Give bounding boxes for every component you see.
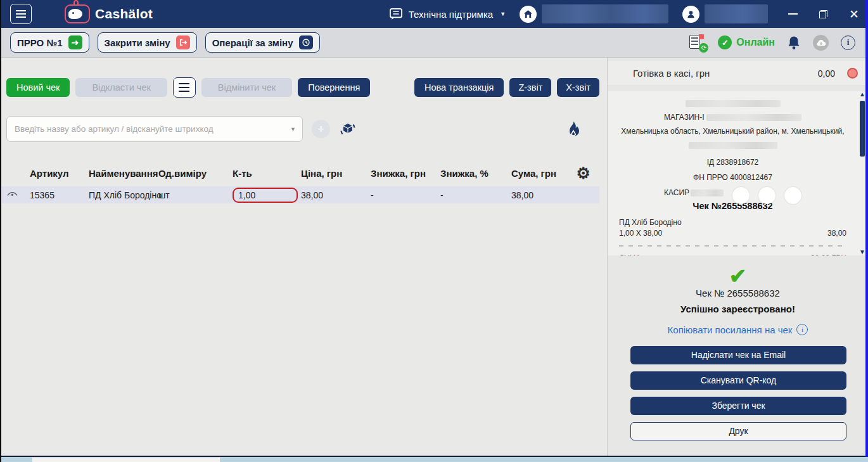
receipt-sync-icon[interactable]: ⟳ [689, 34, 706, 51]
copy-link-label: Копіювати посилання на чек [668, 324, 793, 335]
product-catalog-button[interactable] [339, 120, 357, 138]
taskbar-item [32, 458, 220, 462]
app-window: Cashälot Технічна підтримка ▼ [0, 0, 868, 462]
redaction-circle [758, 187, 775, 204]
scan-qr-button[interactable]: Сканувати QR-код [630, 371, 846, 390]
eye-icon[interactable] [1, 191, 30, 198]
postponed-list-button[interactable] [173, 77, 196, 98]
store-name: МАГАЗИН-І [664, 113, 704, 122]
shift-operations-button[interactable]: Операції за зміну [205, 32, 320, 53]
success-receipt-number: Чек № 2655588632 [608, 288, 868, 298]
store-name-line: МАГАЗИН-І [619, 113, 846, 122]
close-shift-button[interactable]: Закрити зміну [98, 32, 197, 53]
receipt-number: Чек №2655588632 [619, 200, 846, 212]
hamburger-menu-button[interactable] [10, 4, 32, 24]
cash-in-register-header: Готівка в касі, грн 0,00 [608, 61, 868, 86]
items-table-header: Артикул Найменування Од.виміру К-ть Ціна… [1, 160, 599, 186]
cash-value: 0,00 [818, 68, 835, 79]
receipt-item-calc: 1,00 Х 38,00 [619, 229, 662, 238]
maximize-button[interactable] [819, 10, 827, 18]
send-email-button[interactable]: Надіслати чек на Email [630, 346, 846, 364]
redacted-field [542, 4, 668, 23]
logout-icon [176, 35, 190, 49]
online-status: ✓ Онлайн [718, 35, 775, 49]
info-icon[interactable]: i [841, 35, 855, 50]
redacted-line [689, 142, 777, 149]
user-button[interactable] [682, 6, 699, 23]
cell-unit: шт [158, 190, 233, 200]
receipt-preview: МАГАЗИН-І Хмельницька область, Хмельниць… [608, 91, 868, 255]
app-logo: Cashälot [65, 4, 153, 23]
cell-sum: 38,00 [511, 190, 599, 200]
col-sum: Сума, грн [511, 168, 556, 179]
prro-button[interactable]: ПРРО №1 [10, 32, 89, 53]
app-name: Cashälot [95, 6, 153, 22]
receipt-total-value: 38,00 ГРН [810, 253, 846, 255]
table-row[interactable]: 15365 ПД Хліб Бородіно шт 1,00 38,00 - -… [1, 186, 599, 203]
registration-success: ✔ Чек № 2655588632 Успішно зареєстровано… [608, 266, 868, 336]
scrollbar-thumb[interactable] [860, 101, 865, 157]
user-icon [686, 10, 696, 19]
whale-logo-icon [65, 4, 90, 23]
col-qty: К-ть [233, 168, 301, 179]
redacted-field [705, 4, 768, 23]
redacted-line [686, 100, 781, 107]
cancel-receipt-button[interactable]: Відмінити чек [201, 78, 292, 97]
cell-name: ПД Хліб Бородіно [89, 190, 158, 200]
redacted-text [691, 189, 724, 196]
postpone-receipt-button[interactable]: Відкласти чек [75, 78, 167, 97]
table-settings-gear-icon[interactable]: ⚙ [577, 165, 590, 181]
minimize-button[interactable] [788, 13, 798, 15]
redaction-circle [784, 187, 801, 204]
home-icon [523, 10, 533, 18]
product-search-input[interactable] [6, 116, 303, 142]
receipt-workspace: Новий чек Відкласти чек Відмінити чек По… [1, 58, 607, 456]
cell-price: 38,00 [301, 190, 371, 200]
receipt-item-sum: 38,00 [827, 229, 846, 238]
col-price: Ціна, грн [301, 168, 371, 179]
product-search-combo: ▼ [6, 116, 303, 142]
chevron-down-icon: ▼ [290, 126, 296, 132]
new-receipt-button[interactable]: Новий чек [6, 78, 70, 97]
scroll-up-icon[interactable]: ▲ [859, 91, 865, 98]
window-controls: ✕ [788, 8, 859, 20]
fiscal-flame-icon[interactable] [565, 120, 582, 139]
cell-discount-uah: - [371, 190, 440, 200]
copy-receipt-link[interactable]: Копіювати посилання на чек i [668, 324, 808, 335]
shift-operations-label: Операції за зміну [212, 37, 293, 48]
titlebar: Cashälot Технічна підтримка ▼ [1, 0, 868, 28]
x-report-button[interactable]: Х-звіт [557, 78, 599, 97]
info-icon[interactable]: i [796, 324, 808, 335]
notifications-bell-icon[interactable] [787, 35, 801, 50]
success-check-icon: ✔ [608, 266, 868, 286]
redacted-text [706, 114, 801, 121]
cell-discount-pct: - [440, 190, 511, 200]
home-button[interactable] [520, 6, 537, 23]
quantity-field[interactable]: 1,00 [233, 188, 298, 203]
dashed-divider [619, 245, 846, 247]
check-circle-icon: ✓ [718, 35, 732, 49]
window-focus-border [865, 0, 868, 457]
cloud-download-icon[interactable] [813, 35, 829, 51]
cashier-label: КАСИР [664, 188, 689, 198]
success-registered-text: Успішно зареєстровано! [608, 304, 868, 314]
store-address: Хмельницька область, Хмельницький район,… [619, 127, 846, 136]
new-transaction-button[interactable]: Нова транзакція [414, 78, 504, 97]
support-dropdown[interactable]: Технічна підтримка ▼ [389, 8, 506, 20]
col-unit: Од.виміру [158, 168, 233, 179]
close-shift-label: Закрити зміну [105, 37, 170, 48]
add-item-button[interactable]: + [312, 120, 330, 138]
print-button[interactable]: Друк [630, 422, 846, 440]
return-button[interactable]: Повернення [298, 78, 370, 97]
redaction-circle [732, 187, 750, 204]
close-button[interactable]: ✕ [849, 8, 859, 20]
taskbar-sliver [1, 457, 868, 462]
history-clock-icon [299, 35, 313, 49]
col-discount-pct: Знижка, % [440, 168, 511, 179]
z-report-button[interactable]: Z-звіт [509, 78, 551, 97]
chevron-down-icon: ▼ [500, 11, 506, 17]
scroll-down-icon[interactable]: ▼ [859, 249, 865, 255]
receipt-id: ІД 2838918672 [619, 158, 846, 167]
col-name: Найменування [89, 168, 158, 179]
save-receipt-button[interactable]: Зберегти чек [630, 397, 846, 415]
